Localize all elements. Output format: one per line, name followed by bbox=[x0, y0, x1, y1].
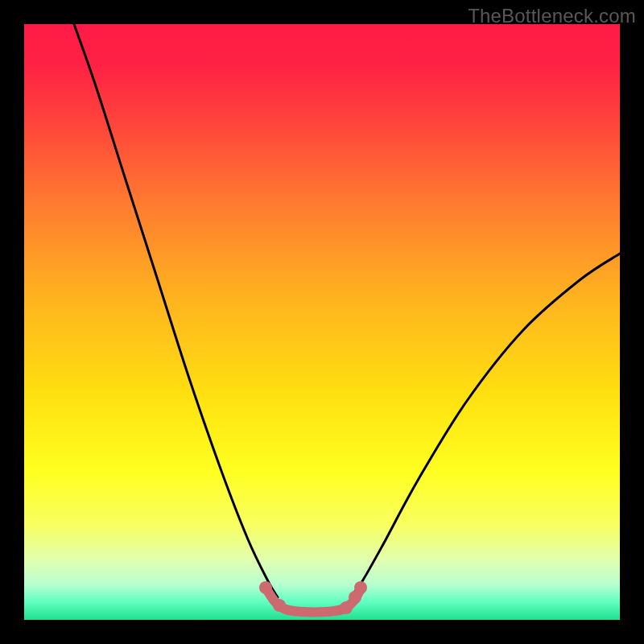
chart-svg bbox=[24, 24, 620, 620]
trough-dot bbox=[273, 599, 286, 612]
watermark-text: TheBottleneck.com bbox=[468, 5, 636, 27]
trough-dot bbox=[354, 581, 367, 594]
chart-frame: TheBottleneck.com bbox=[0, 0, 644, 644]
trough-dot bbox=[259, 581, 272, 594]
plot-area bbox=[24, 24, 620, 620]
trough-dot bbox=[340, 601, 353, 614]
